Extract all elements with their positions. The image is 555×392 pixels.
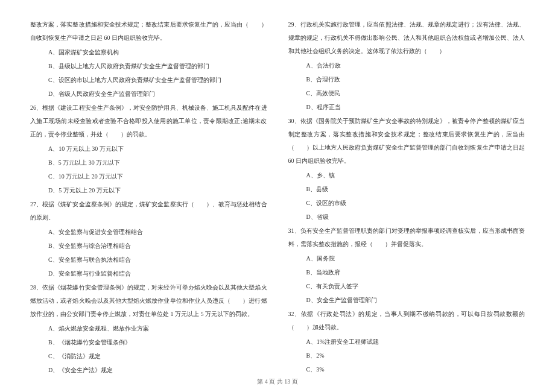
q29-option-d: D、程序正当: [288, 101, 525, 114]
q32-option-a: A、1%注册安全工程师试题: [288, 335, 525, 349]
q25-continuation: 整改方案，落实整改措施和安全技术规定；整改结束后要求恢复生产的，应当由（ ）自收…: [30, 18, 267, 45]
q31-option-c: C、有关负责人签字: [288, 280, 525, 293]
q30-text: 30、依据《国务院关于预防煤矿生产安全事故的特别规定》，被责令停产整顿的煤矿应当…: [288, 115, 525, 168]
q25-option-a: A、国家煤矿安全监察机构: [30, 46, 267, 59]
q27-option-a: A、安全监察与促进安全管理相结合: [30, 226, 267, 239]
q26-option-b: B、5 万元以上 30 万元以下: [30, 156, 267, 169]
page-footer: 第 4 页 共 13 页: [0, 378, 555, 386]
q26-text: 26、根据《建设工程安全生产条例》，对安全防护用具、机械设备、施工机具及配件在进…: [30, 101, 267, 141]
q31-option-d: D、安全生产监督管理部门: [288, 294, 525, 307]
q25-option-d: D、省级人民政府安全生产监督管理部门: [30, 87, 267, 101]
q31-option-b: B、当地政府: [288, 266, 525, 279]
q28-text: 28、依据《烟花爆竹安全管理条例》的规定，对未经许可举办焰火晚会以及其他大型焰火…: [30, 281, 267, 321]
q32-option-c: C、3%: [288, 363, 525, 376]
q31-option-a: A、国务院: [288, 252, 525, 265]
q26-option-d: D、5 万元以上 20 万元以下: [30, 184, 267, 197]
q28-option-b: B、《烟花爆竹安全管理条例》: [30, 336, 267, 349]
left-column: 整改方案，落实整改措施和安全技术规定；整改结束后要求恢复生产的，应当由（ ）自收…: [30, 18, 267, 368]
q27-option-b: B、安全监察与综合治理相结合: [30, 239, 267, 253]
document-content: 整改方案，落实整改措施和安全技术规定；整改结束后要求恢复生产的，应当由（ ）自收…: [30, 18, 525, 368]
q30-option-d: D、省级: [288, 210, 525, 224]
q32-option-b: B、2%: [288, 349, 525, 362]
q25-option-c: C、设区的市以上地方人民政府负责煤矿安全生产监督管理的部门: [30, 74, 267, 87]
q27-option-d: D、安全监察与行业监督相结合: [30, 267, 267, 280]
q25-option-b: B、县级以上地方人民政府负责煤矿安全生产监督管理的部门: [30, 60, 267, 73]
right-column: 29、行政机关实施行政管理，应当依照法律、法规、规章的规定进行；没有法律、法规、…: [288, 18, 525, 368]
q29-option-b: B、合理行政: [288, 73, 525, 86]
q28-option-d: D、《安全生产法》规定: [30, 364, 267, 377]
q29-text: 29、行政机关实施行政管理，应当依照法律、法规、规章的规定进行；没有法律、法规、…: [288, 18, 525, 58]
q30-option-a: A、乡、镇: [288, 169, 525, 182]
q30-option-c: C、设区的市级: [288, 197, 525, 210]
q28-option-c: C、《消防法》规定: [30, 350, 267, 363]
q27-option-c: C、安全监察与联合执法相结合: [30, 253, 267, 267]
q28-option-a: A、焰火燃放安全规程、燃放作业方案: [30, 322, 267, 335]
q32-text: 32、依据《行政处罚法》的规定，当事人到期不缴纳罚款的，可以每日按罚款数额的（ …: [288, 308, 525, 334]
q29-option-c: C、高效便民: [288, 87, 525, 100]
q26-option-a: A、10 万元以上 30 万元以下: [30, 142, 267, 156]
q29-option-a: A、合法行政: [288, 59, 525, 72]
q31-text: 31、负有安全生产监督管理职责的部门对受理的举报事项经调查核实后，应当形成书面资…: [288, 224, 525, 251]
q30-option-b: B、县级: [288, 183, 525, 196]
q27-text: 27、根据《煤矿安全监察条例》的规定，煤矿安全监察实行（ ）、教育与惩处相结合的…: [30, 198, 267, 224]
q26-option-c: C、10 万元以上 20 万元以下: [30, 170, 267, 183]
